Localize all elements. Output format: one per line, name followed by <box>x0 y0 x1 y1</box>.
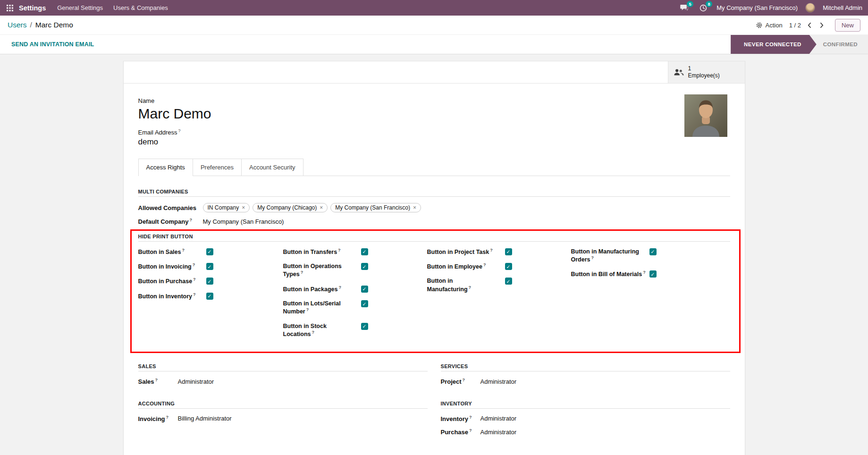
top-navbar: Settings General Settings Users & Compan… <box>0 0 868 16</box>
user-photo-field[interactable] <box>684 94 727 137</box>
field-row: Purchase? Administrator <box>441 428 730 436</box>
section-divider <box>138 408 428 409</box>
statusbar: NEVER CONNECTED CONFIRMED <box>731 35 868 54</box>
email-field-label: Email Address? <box>138 128 730 136</box>
state-never-connected[interactable]: NEVER CONNECTED <box>731 35 817 54</box>
section-hide-print-button: HIDE PRINT BUTTON Button in Sales? Butto… <box>138 234 730 350</box>
sales-field-value[interactable]: Administrator <box>178 378 214 385</box>
help-marker: ? <box>301 270 303 275</box>
checkbox[interactable] <box>649 248 657 255</box>
default-company-value[interactable]: My Company (San Francisco) <box>203 218 284 225</box>
sales-field-label: Sales? <box>138 378 178 385</box>
groups-row-1: SALES Sales? Administrator SERVICES Pr <box>138 363 730 391</box>
checkbox[interactable] <box>206 293 213 300</box>
gear-icon <box>756 22 763 29</box>
checkbox[interactable] <box>361 248 368 255</box>
pager-previous-button[interactable] <box>806 21 813 30</box>
menu-general-settings[interactable]: General Settings <box>57 4 103 11</box>
remove-tag-icon[interactable]: × <box>320 205 323 211</box>
groups-row-2: ACCOUNTING Invoicing? Billing Administra… <box>138 401 730 442</box>
checkbox-column-3: Button in Project Task? Button in Employ… <box>427 248 571 300</box>
checkbox[interactable] <box>361 263 368 270</box>
help-marker: ? <box>469 428 472 433</box>
name-field-value[interactable]: Marc Demo <box>138 106 730 122</box>
boolean-field-row: Button in Packages? <box>283 285 427 293</box>
state-confirmed[interactable]: CONFIRMED <box>817 35 868 54</box>
breadcrumb: Users / Marc Demo <box>8 21 73 29</box>
checkbox[interactable] <box>505 278 512 285</box>
checkbox[interactable] <box>206 248 213 255</box>
invoicing-field-label: Invoicing? <box>138 415 178 422</box>
checkbox[interactable] <box>206 263 213 270</box>
pager-next-button[interactable] <box>818 21 826 30</box>
help-marker: ? <box>483 262 486 267</box>
help-marker: ? <box>591 255 594 260</box>
section-title: ACCOUNTING <box>138 401 428 406</box>
activities-button[interactable]: 8 <box>698 3 709 13</box>
company-switcher[interactable]: My Company (San Francisco) <box>716 4 798 11</box>
boolean-field-row: Button in Invoicing? <box>138 262 283 270</box>
activities-badge: 8 <box>706 1 712 7</box>
company-tag[interactable]: My Company (San Francisco) × <box>330 203 421 212</box>
help-marker: ? <box>166 415 169 420</box>
field-row: Project? Administrator <box>441 378 730 385</box>
section-inventory: INVENTORY Inventory? Administrator Purch… <box>441 401 730 442</box>
default-company-label: Default Company? <box>138 218 203 225</box>
help-marker: ? <box>193 292 196 297</box>
invoicing-field-value[interactable]: Billing Administrator <box>178 415 232 422</box>
checkbox-column-2: Button in Transfers? Button in Operation… <box>283 248 427 345</box>
new-button[interactable]: New <box>835 19 860 32</box>
tab-preferences[interactable]: Preferences <box>193 159 242 176</box>
company-tag[interactable]: IN Company × <box>203 203 250 212</box>
inventory-field-value[interactable]: Administrator <box>480 415 517 422</box>
boolean-field-row: Button in Stock Locations? <box>283 322 427 338</box>
employees-stat-button[interactable]: 1 Employee(s) <box>668 61 745 83</box>
help-marker: ? <box>182 248 185 253</box>
tab-account-security[interactable]: Account Security <box>241 159 303 176</box>
company-tag[interactable]: My Company (Chicago) × <box>253 203 328 212</box>
apps-menu-icon[interactable] <box>6 4 14 12</box>
boolean-field-row: Button in Bill of Materials? <box>571 270 730 278</box>
remove-tag-icon[interactable]: × <box>242 205 245 211</box>
purchase-field-label: Purchase? <box>441 428 480 436</box>
breadcrumb-users-link[interactable]: Users <box>8 21 26 29</box>
messages-button[interactable]: 5 <box>678 3 690 12</box>
user-menu[interactable]: Mitchell Admin <box>823 4 862 11</box>
checkbox[interactable] <box>206 278 213 285</box>
field-row: Inventory? Administrator <box>441 415 730 422</box>
section-divider <box>441 371 730 371</box>
field-label: Button in Inventory? <box>138 292 203 300</box>
section-services: SERVICES Project? Administrator <box>441 363 730 391</box>
send-invitation-button[interactable]: SEND AN INVITATION EMAIL <box>11 35 94 54</box>
checkbox[interactable] <box>505 248 512 255</box>
remove-tag-icon[interactable]: × <box>413 205 416 211</box>
field-label: Button in Transfers? <box>283 248 358 256</box>
help-marker: ? <box>193 262 195 267</box>
boolean-field-row: Button in Lots/Serial Number? <box>283 300 427 316</box>
section-divider <box>138 371 428 371</box>
checkbox[interactable] <box>361 323 368 330</box>
user-avatar[interactable] <box>805 3 815 13</box>
checkbox[interactable] <box>649 270 657 278</box>
inventory-field-label: Inventory? <box>441 415 480 422</box>
purchase-field-value[interactable]: Administrator <box>480 429 517 436</box>
help-marker: ? <box>339 285 342 290</box>
field-label: Button in Packages? <box>283 285 358 293</box>
email-field-value[interactable]: demo <box>138 137 730 147</box>
boolean-field-row: Button in Purchase? <box>138 277 283 285</box>
project-field-value[interactable]: Administrator <box>480 378 517 385</box>
tab-access-rights[interactable]: Access Rights <box>138 159 193 176</box>
field-label: Button in Project Task? <box>427 248 498 256</box>
help-marker: ? <box>306 307 309 312</box>
field-label: Button in Invoicing? <box>138 262 203 270</box>
action-menu-button[interactable]: Action <box>756 22 783 29</box>
form-sheet: 1 Employee(s) Name Marc Demo <box>123 61 745 455</box>
checkbox[interactable] <box>361 286 368 293</box>
checkbox[interactable] <box>361 300 368 307</box>
menu-users-companies[interactable]: Users & Companies <box>113 4 168 11</box>
checkbox[interactable] <box>505 263 512 270</box>
boolean-field-row: Button in Manufacturing? <box>427 277 571 293</box>
content-area: 1 Employee(s) Name Marc Demo <box>0 54 868 455</box>
help-marker: ? <box>469 285 472 290</box>
app-name[interactable]: Settings <box>19 4 46 12</box>
